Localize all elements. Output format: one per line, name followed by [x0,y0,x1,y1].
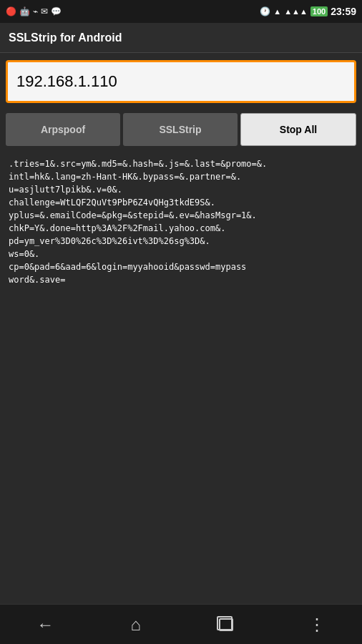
main-content: Arpspoof SSLStrip Stop All .tries=1&.src… [0,53,362,604]
messages-icon: 💬 [51,6,62,16]
clock-icon: 🕐 [260,6,270,16]
mail-icon: ✉ [41,6,48,16]
nav-bar [0,604,362,644]
status-icons-left: 🔴 🤖 ⌁ ✉ 💬 [6,6,62,16]
back-icon [36,615,54,635]
ip-input-container[interactable] [6,60,356,103]
battery-indicator: 100 [310,6,328,16]
sslstrip-button[interactable]: SSLStrip [123,113,238,146]
back-button[interactable] [24,610,67,639]
log-output: .tries=1&.src=ym&.md5=&.hash=&.js=&.last… [6,152,356,601]
status-time: 23:59 [331,6,356,17]
stop-all-button[interactable]: Stop All [240,113,356,146]
menu-icon [308,615,326,635]
arpspoof-button[interactable]: Arpspoof [6,113,120,146]
home-icon [131,615,142,635]
status-icons-right: 🕐 ▲ ▲▲▲ 100 23:59 [260,6,356,17]
app-title: SSLStrip for Android [9,31,122,44]
recents-button[interactable] [205,610,248,639]
signal-icon: ▲▲▲ [284,7,308,16]
title-bar: SSLStrip for Android [0,23,362,53]
usb-icon: ⌁ [33,6,38,16]
notification-dot-icon: 🔴 [6,6,16,16]
ip-address-input[interactable] [8,62,354,101]
home-button[interactable] [114,610,157,639]
menu-button[interactable] [295,610,338,639]
status-bar: 🔴 🤖 ⌁ ✉ 💬 🕐 ▲ ▲▲▲ 100 23:59 [0,0,362,23]
android-icon: 🤖 [19,6,30,16]
buttons-row: Arpspoof SSLStrip Stop All [6,113,356,146]
recents-icon [219,618,233,631]
wifi-icon: ▲ [273,7,281,16]
